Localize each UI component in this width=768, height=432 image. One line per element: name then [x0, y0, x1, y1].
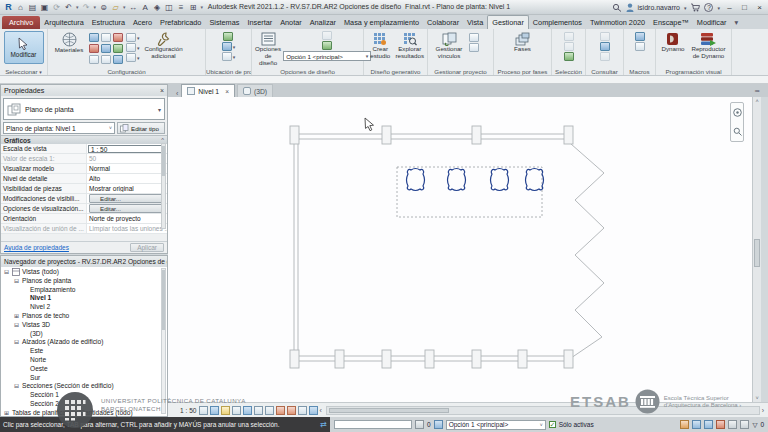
tab-arquitectura[interactable]: Arquitectura [40, 16, 87, 29]
signed-in-user[interactable]: isidro.navarro [638, 4, 680, 11]
user-caret-icon[interactable]: ▾ [684, 5, 687, 11]
view-tab-nivel1[interactable]: Nivel 1 × [181, 84, 235, 97]
tree-item[interactable]: Sur [3, 374, 167, 383]
snaps-icon[interactable] [101, 33, 111, 42]
tab-enscape[interactable]: Enscape™ [649, 16, 693, 29]
hscroll-right-icon[interactable]: › [762, 407, 764, 414]
tree-item[interactable]: ⊟Vistas 3D [3, 321, 167, 330]
display-model-value[interactable]: Normal [87, 165, 167, 172]
phases-button[interactable]: Fases [508, 31, 538, 53]
manage-images-icon[interactable] [469, 33, 479, 42]
restore-button[interactable]: □ [739, 3, 750, 12]
detail-level-icon[interactable] [199, 406, 208, 415]
crop-region-icon[interactable] [265, 406, 274, 415]
measure-caret-icon[interactable]: ▾ [123, 4, 126, 10]
type-selector[interactable]: Plano de planta ▾ [3, 98, 165, 120]
additional-settings-button[interactable]: Configuración adicional [142, 31, 186, 60]
tab-prefabricado[interactable]: Prefabricado [156, 16, 205, 29]
visual-style-icon[interactable] [210, 406, 219, 415]
shadows-icon[interactable] [232, 406, 241, 415]
reveal-constraints-icon[interactable] [309, 406, 318, 415]
tree-item-active-view[interactable]: Nivel 1 [3, 294, 167, 303]
explore-results-button[interactable]: Explorar resultados [395, 31, 424, 60]
visibility-edit-button[interactable]: Editar... [89, 194, 165, 203]
drag-on-selection-icon[interactable] [740, 420, 749, 429]
redo-icon[interactable]: ↷ [82, 3, 91, 12]
redo-caret-icon[interactable]: ▾ [94, 4, 97, 10]
design-options-icon[interactable] [434, 420, 443, 429]
tab-anotar[interactable]: Anotar [276, 16, 306, 29]
user-avatar-icon[interactable] [626, 3, 634, 12]
tab-gestionar[interactable]: Gestionar [487, 15, 529, 29]
orientation-value[interactable]: Norte de proyecto [87, 215, 167, 222]
apply-button[interactable]: Aplicar [130, 243, 164, 252]
project-units-icon[interactable] [113, 55, 123, 64]
undo-icon[interactable]: ↶ [64, 3, 73, 12]
print-icon[interactable]: ⊜ [99, 3, 108, 12]
manage-links-button[interactable]: Gestionar vínculos [431, 31, 467, 60]
shared-parameters-icon[interactable] [101, 44, 111, 53]
edit-type-button[interactable]: Editar tipo [117, 122, 165, 134]
object-styles-icon[interactable] [89, 33, 99, 42]
detail-level-value[interactable]: Alto [87, 175, 167, 182]
tab-vista[interactable]: Vista [463, 16, 487, 29]
location-icon[interactable] [223, 32, 233, 41]
section-graficos[interactable]: Gráficos ^ [1, 135, 167, 144]
properties-header[interactable]: Propiedades × [1, 85, 167, 96]
materials-button[interactable]: Materiales [51, 31, 87, 54]
tree-item[interactable]: ⊞Planos de techo [3, 312, 167, 321]
tree-item[interactable]: Emplazamiento [3, 286, 167, 295]
tab-insertar[interactable]: Insertar [243, 16, 276, 29]
tab-twinmotion[interactable]: Twinmotion 2020 [586, 16, 649, 29]
tab-analizar[interactable]: Analizar [306, 16, 340, 29]
tree-item[interactable]: (3D) [3, 330, 167, 339]
crop-view-icon[interactable] [254, 406, 263, 415]
sun-path-icon[interactable] [221, 406, 230, 415]
design-options-button[interactable]: Opciones de diseño [255, 31, 281, 66]
macro-manager-icon[interactable] [635, 32, 645, 41]
hscroll-left-icon[interactable]: ‹ [320, 407, 322, 414]
edit-family-icon[interactable] [692, 420, 701, 429]
tree-item[interactable]: ⊟Secciones (Sección de edificio) [3, 382, 167, 391]
view-tab-3d[interactable]: (3D) [237, 84, 273, 97]
pick-to-edit-icon[interactable] [322, 41, 332, 50]
open-icon[interactable]: ▤ [28, 3, 37, 12]
tab-complementos[interactable]: Complementos [529, 16, 586, 29]
scroll-up-icon[interactable]: ˄ [753, 97, 761, 105]
tree-item[interactable]: ⊟Alzados (Alzado de edificio) [3, 338, 167, 347]
project-browser-header[interactable]: Navegador de proyectos - RV.S7.DR.AR2 Op… [1, 256, 167, 267]
app-store-cart-icon[interactable] [690, 3, 700, 12]
properties-scrollbar[interactable] [161, 143, 166, 229]
default-3d-view-icon[interactable]: ◈ [153, 3, 162, 12]
view-tab-list-icon[interactable]: ‹ [176, 90, 178, 97]
steering-wheel-icon[interactable] [733, 108, 742, 117]
temporary-hide-isolate-icon[interactable] [276, 406, 285, 415]
tab-masa-y-emplazamiento[interactable]: Masa y emplazamiento [340, 16, 423, 29]
dimension-icon[interactable]: ↔ [129, 3, 138, 12]
render-icon[interactable] [243, 406, 252, 415]
view-tabs-menu-icon[interactable]: ≂ [754, 87, 760, 95]
solo-activas-label[interactable]: Sólo activas [559, 421, 594, 428]
dynamo-player-button[interactable]: Reproductor de Dynamo [689, 31, 728, 60]
design-options-status-icon[interactable]: ⇄ [320, 420, 327, 429]
measure-icon[interactable]: ▱ [111, 3, 120, 12]
reveal-hidden-elements-icon[interactable] [287, 406, 296, 415]
mep-settings-icon[interactable] [126, 43, 136, 52]
section-icon[interactable]: ◫ [165, 3, 174, 12]
active-design-option-dropdown[interactable]: Opción 1 <principal> ▾ [283, 51, 371, 61]
properties-help-link[interactable]: Ayuda de propiedades [4, 244, 69, 251]
tab-sistemas[interactable]: Sistemas [205, 16, 243, 29]
global-parameters-icon[interactable] [113, 44, 123, 53]
scroll-down-icon[interactable]: ˅ [753, 394, 761, 402]
filter-icon[interactable]: ▽ [752, 421, 757, 429]
revit-logo-icon[interactable]: R [4, 3, 13, 12]
browser-scrollbar[interactable] [161, 268, 166, 414]
tab-archivo[interactable]: Archivo [2, 16, 40, 29]
add-to-set-icon[interactable] [322, 31, 332, 40]
exclude-options-icon[interactable] [680, 420, 689, 429]
tab-colaborar[interactable]: Colaborar [423, 16, 463, 29]
properties-close-icon[interactable]: × [160, 87, 164, 94]
select-underlay-icon[interactable] [704, 420, 713, 429]
text-icon[interactable]: A [141, 3, 150, 12]
solo-activas-checkbox[interactable]: ✓ [549, 421, 556, 428]
